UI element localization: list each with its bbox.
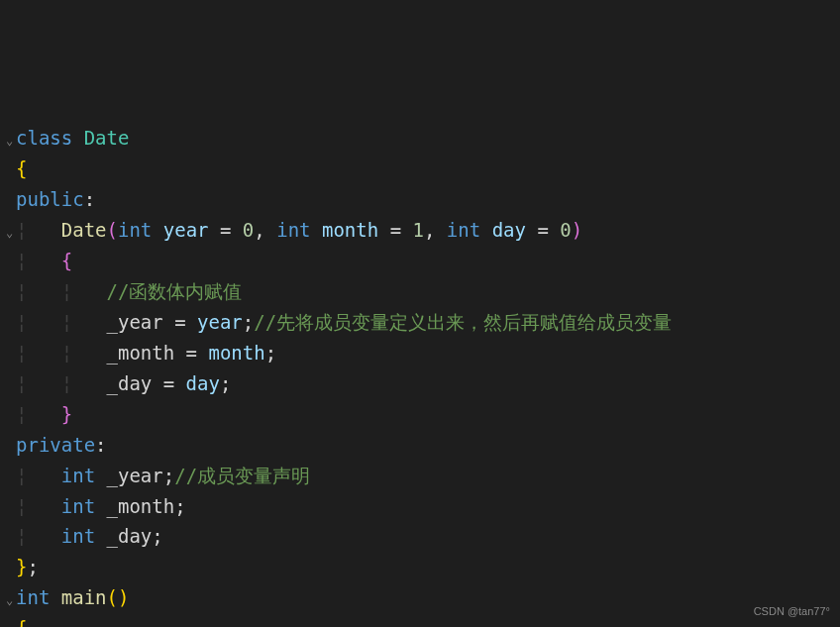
type: int <box>61 525 95 547</box>
code-line[interactable]: ⌄class Date <box>6 123 840 154</box>
variable: _month <box>107 342 175 364</box>
code-line[interactable]: ⌄¦ Date(int year = 0, int month = 1, int… <box>6 215 840 246</box>
code-line[interactable]: ¦ ¦ _year = year;//先将成员变量定义出来，然后再赋值给成员变量 <box>6 307 840 338</box>
brace: } <box>16 556 27 577</box>
paren: ) <box>572 219 582 241</box>
param: year <box>163 219 209 241</box>
code-line[interactable]: ¦ { <box>6 246 840 276</box>
variable: _year <box>107 465 163 486</box>
brace: } <box>61 403 72 425</box>
variable: _day <box>107 525 153 547</box>
keyword: class <box>16 127 72 149</box>
paren: ( <box>107 586 118 608</box>
punct: : <box>84 188 95 210</box>
variable: day <box>186 372 220 394</box>
watermark: CSDN @tan77° <box>754 603 830 621</box>
comment: //函数体内赋值 <box>107 280 243 302</box>
code-line[interactable]: ¦ ¦ _day = day; <box>6 368 840 399</box>
code-line[interactable]: ¦ ¦ _month = month; <box>6 338 840 368</box>
access-modifier: private <box>16 434 95 456</box>
code-line[interactable]: ⌄int main() <box>6 582 840 613</box>
code-line[interactable]: ¦ } <box>6 399 840 430</box>
paren: ) <box>118 586 129 608</box>
code-line[interactable]: }; <box>6 552 840 582</box>
code-line[interactable]: ¦ ¦ //函数体内赋值 <box>6 276 840 307</box>
class-name: Date <box>84 127 130 149</box>
param: day <box>492 219 526 241</box>
access-modifier: public <box>16 188 84 210</box>
number: 0 <box>243 219 254 241</box>
code-line[interactable]: private: <box>6 430 840 461</box>
code-line[interactable]: public: <box>6 184 840 215</box>
brace: { <box>61 250 72 271</box>
type: int <box>61 495 95 517</box>
type: int <box>61 465 95 486</box>
code-line[interactable]: ¦ int _year;//成员变量声明 <box>6 461 840 491</box>
variable: year <box>197 311 243 333</box>
variable: _day <box>107 372 153 394</box>
fold-arrow-icon[interactable]: ⌄ <box>6 224 16 244</box>
constructor-name: Date <box>61 219 107 241</box>
fold-arrow-icon[interactable]: ⌄ <box>6 591 16 611</box>
code-editor[interactable]: ⌄class Date { public:⌄¦ Date(int year = … <box>0 123 840 627</box>
code-line[interactable]: { <box>6 613 840 627</box>
type: int <box>118 219 152 241</box>
type: int <box>447 219 480 241</box>
paren: ( <box>107 219 118 241</box>
variable: month <box>208 342 264 364</box>
type: int <box>16 586 50 608</box>
variable: _month <box>107 495 175 517</box>
function-name: main <box>61 586 107 608</box>
brace: { <box>16 157 27 179</box>
comment: //成员变量声明 <box>174 465 310 486</box>
code-line[interactable]: ¦ int _month; <box>6 491 840 522</box>
type: int <box>276 219 310 241</box>
comment: //先将成员变量定义出来，然后再赋值给成员变量 <box>254 311 672 333</box>
brace: { <box>16 617 27 627</box>
fold-arrow-icon[interactable]: ⌄ <box>6 132 16 152</box>
number: 0 <box>560 219 571 241</box>
param: month <box>322 219 378 241</box>
code-line[interactable]: { <box>6 154 840 184</box>
number: 1 <box>413 219 424 241</box>
variable: _year <box>107 311 163 333</box>
code-line[interactable]: ¦ int _day; <box>6 521 840 552</box>
